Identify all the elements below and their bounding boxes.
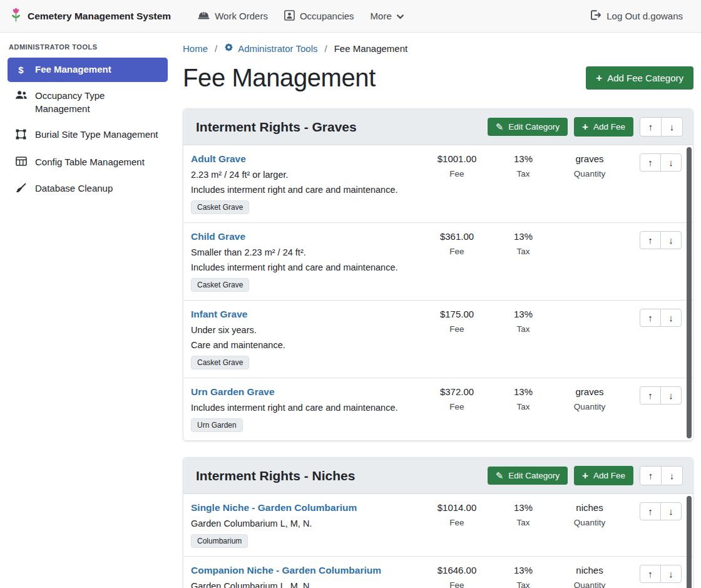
fee-row-adult-grave: Adult Grave 2.23 m² / 24 ft² or larger. … [183, 145, 693, 222]
fee-quantity-stat: niches Quantity [555, 565, 624, 588]
breadcrumb-home-link[interactable]: Home [183, 43, 208, 54]
fee-reorder-group: ↑ ↓ [624, 309, 682, 327]
fee-name-link[interactable]: Single Niche - Garden Columbarium [191, 502, 357, 513]
page-title: Fee Management [183, 64, 376, 92]
helmet-icon [198, 10, 210, 22]
move-fee-up-button[interactable]: ↑ [640, 386, 661, 405]
plus-icon: + [596, 73, 602, 83]
edit-category-button[interactable]: ✎ Edit Category [488, 118, 568, 136]
fee-amount-value: $1014.00 [422, 502, 491, 513]
move-category-down-button[interactable]: ↓ [661, 466, 683, 485]
sidebar-item-label: Fee Management [35, 63, 111, 76]
broom-icon [14, 183, 28, 197]
move-fee-up-button[interactable]: ↑ [640, 309, 661, 327]
arrow-down-icon: ↓ [668, 390, 673, 401]
fee-row-companion-niche: Companion Niche - Garden Columbarium Gar… [183, 556, 693, 588]
fee-reorder-group: ↑ ↓ [624, 231, 682, 249]
move-fee-down-button[interactable]: ↓ [660, 231, 682, 249]
move-category-up-button[interactable]: ↑ [640, 466, 662, 485]
move-category-up-button[interactable]: ↑ [640, 117, 662, 137]
nav-occupancies-label: Occupancies [300, 11, 354, 21]
fee-name-link[interactable]: Urn Garden Grave [191, 386, 275, 398]
edit-category-button[interactable]: ✎ Edit Category [488, 467, 568, 485]
fee-amount-stat: $361.00 Fee [422, 231, 491, 256]
category-header: Interment Rights - Niches ✎ Edit Categor… [183, 458, 693, 494]
breadcrumb-separator: / [215, 43, 217, 54]
move-fee-down-button[interactable]: ↓ [660, 386, 682, 405]
fee-description: Includes interment right and care and ma… [191, 262, 422, 272]
breadcrumb-current: Fee Management [334, 43, 408, 54]
add-fee-button[interactable]: + Add Fee [574, 117, 633, 137]
fee-tax-value: 13% [491, 386, 555, 397]
sidebar-item-label: Burial Site Type Management [35, 128, 158, 141]
breadcrumb-admin-tools-link[interactable]: Administrator Tools [224, 43, 317, 54]
logout-link[interactable]: Log Out d.gowans [582, 5, 691, 27]
fee-quantity-stat: niches Quantity [555, 502, 624, 527]
fee-tag-badge: Urn Garden [191, 418, 243, 432]
chevron-down-icon [397, 11, 404, 21]
move-fee-down-button[interactable]: ↓ [660, 153, 682, 172]
sidebar-item-occupancy-type-management[interactable]: Occupancy Type Management [8, 84, 168, 121]
card-scrollbar[interactable] [687, 147, 692, 438]
tulip-logo-icon [10, 8, 22, 25]
fee-quantity-label: Quantity [555, 518, 624, 527]
move-category-down-button[interactable]: ↓ [661, 117, 683, 137]
fee-tax-label: Tax [491, 247, 555, 256]
vector-square-icon [14, 129, 28, 143]
sidebar-item-label: Database Cleanup [35, 182, 113, 195]
fee-reorder-group: ↑ ↓ [624, 386, 682, 405]
sidebar-item-label: Config Table Management [35, 156, 145, 168]
nav-occupancies[interactable]: Occupancies [276, 5, 362, 28]
fee-amount-label: Fee [422, 518, 491, 527]
move-fee-up-button[interactable]: ↑ [640, 502, 661, 520]
pencil-icon: ✎ [496, 471, 504, 480]
card-scrollbar[interactable] [687, 496, 692, 588]
fee-amount-label: Fee [422, 324, 491, 334]
category-header: Interment Rights - Graves ✎ Edit Categor… [183, 109, 693, 145]
app-brand[interactable]: Cemetery Management System [10, 8, 171, 25]
fee-name-link[interactable]: Infant Grave [191, 309, 247, 320]
move-fee-up-button[interactable]: ↑ [640, 231, 661, 249]
move-fee-up-button[interactable]: ↑ [640, 565, 661, 583]
app-title: Cemetery Management System [28, 11, 171, 22]
breadcrumb-separator: / [324, 43, 327, 54]
fee-amount-stat: $1014.00 Fee [422, 502, 491, 527]
sidebar-item-burial-site-type-management[interactable]: Burial Site Type Management [8, 123, 168, 148]
arrow-up-icon: ↑ [648, 470, 653, 481]
fee-description: Care and maintenance. [191, 340, 422, 350]
move-fee-down-button[interactable]: ↓ [660, 565, 682, 583]
add-fee-button[interactable]: + Add Fee [574, 466, 633, 485]
sidebar-item-database-cleanup[interactable]: Database Cleanup [8, 177, 168, 202]
fee-quantity-stat: graves Quantity [555, 153, 624, 178]
dollar-icon: $ [14, 64, 28, 76]
sidebar-item-config-table-management[interactable]: Config Table Management [8, 150, 168, 175]
top-navbar: Cemetery Management System Work Orders O… [0, 0, 701, 33]
move-fee-up-button[interactable]: ↑ [640, 153, 661, 172]
nav-work-orders[interactable]: Work Orders [190, 5, 276, 27]
fee-tax-label: Tax [491, 169, 555, 178]
gear-icon [224, 43, 233, 54]
fee-quantity-label: Quantity [555, 402, 624, 411]
add-fee-category-button[interactable]: + Add Fee Category [586, 66, 693, 90]
fee-tax-stat: 13% Tax [491, 565, 555, 588]
fee-tag-badge: Casket Grave [191, 200, 249, 214]
fee-row-single-niche: Single Niche - Garden Columbarium Garden… [183, 494, 693, 556]
move-fee-down-button[interactable]: ↓ [660, 502, 682, 520]
fee-name-link[interactable]: Adult Grave [191, 153, 246, 165]
nav-more[interactable]: More [362, 6, 412, 26]
fee-name-link[interactable]: Child Grave [191, 231, 245, 242]
move-fee-down-button[interactable]: ↓ [660, 309, 682, 327]
sidebar-item-label: Occupancy Type Management [35, 90, 161, 115]
arrow-up-icon: ↑ [648, 312, 653, 323]
fee-tax-value: 13% [491, 565, 555, 575]
arrow-down-icon: ↓ [668, 312, 673, 323]
fee-name-link[interactable]: Companion Niche - Garden Columbarium [191, 565, 381, 576]
fee-amount-label: Fee [422, 247, 491, 256]
arrow-up-icon: ↑ [648, 569, 653, 579]
fee-tax-label: Tax [491, 580, 555, 588]
sidebar-item-fee-management[interactable]: $ Fee Management [8, 58, 168, 82]
breadcrumb-section-label: Administrator Tools [238, 43, 317, 54]
add-fee-label: Add Fee [593, 471, 625, 480]
fee-tag-badge: Casket Grave [191, 278, 249, 292]
fee-tax-stat: 13% Tax [491, 386, 555, 411]
